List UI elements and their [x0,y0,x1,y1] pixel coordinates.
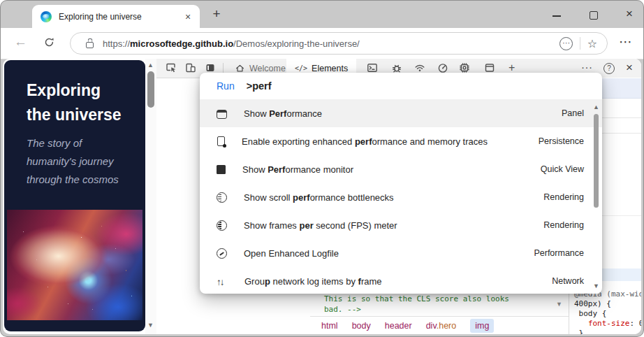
maximize-icon[interactable] [590,11,598,20]
edge-favicon-icon [41,11,52,22]
memory-chip-icon[interactable] [459,62,470,73]
crumb-part: div [426,321,437,331]
command-label: Enable exporting enhanced performance an… [242,136,539,147]
command-category: Quick View [541,164,584,174]
breadcrumb-item[interactable]: div.hero [426,321,457,331]
browser-tab[interactable]: Exploring the universe × [32,5,200,28]
command-item[interactable]: Show scroll performance bottlenecksRende… [200,183,602,211]
command-label: Group network log items by frame [244,276,552,287]
label-segment: perf [355,136,372,147]
command-item[interactable]: Group network log items by frameNetwork [200,267,602,294]
browser-toolbar: ← https://microsoftedge.github.io/Demos/… [0,28,644,59]
command-palette: Run >perf Show PerformancePanelEnable ex… [200,73,602,294]
page-subtitle: The story ofhumanity's journeythrough th… [27,134,119,189]
devtools-menu-icon[interactable]: ··· [581,61,593,73]
label-segment: Show scroll [244,192,293,203]
label-segment: Show [242,164,268,175]
browser-window: Exploring the universe × + × ← https://m… [0,0,644,337]
page-subtitle-line: through the cosmos [27,171,119,189]
label-segment: Perf [268,164,285,175]
back-icon[interactable]: ← [14,34,27,50]
code-token: font-size [588,319,630,328]
breadcrumb-item[interactable]: body [352,321,371,331]
device-emulation-icon[interactable] [185,62,196,73]
elements-scroll-down-icon[interactable]: ▼ [556,301,562,308]
devtools-close-icon[interactable]: × [623,61,636,75]
page-subtitle-line: The story of [27,134,119,152]
refresh-icon[interactable] [43,36,55,48]
crumb-part: html [321,321,338,331]
toolbar-separator [223,63,224,73]
command-item[interactable]: Open Enhanced LogfilePerformance [200,239,602,267]
page-scrollbar-thumb[interactable] [147,71,154,108]
new-tab-button[interactable]: + [208,6,225,22]
site-options-icon[interactable]: ⋯ [559,37,573,50]
label-segment: ormance and memory traces [372,136,487,147]
command-category: Persistence [539,136,584,146]
crumb-part: header [385,321,412,331]
scroll-down-icon[interactable]: ▼ [147,322,154,329]
label-segment: Grou [244,276,265,287]
scroll-up-icon[interactable]: ▲ [593,103,599,110]
tab-strip: Exploring the universe × + × [0,0,644,28]
tab-welcome-label: Welcome [249,64,286,73]
page-scrollbar[interactable]: ▲ ▼ [145,59,156,334]
command-category: Panel [562,108,584,118]
more-tools-plus-icon[interactable]: + [508,62,520,73]
label-segment: Show [244,108,269,119]
favorites-star-icon[interactable]: ☆ [587,37,597,50]
inspect-element-icon[interactable] [166,62,177,73]
code-text: } [574,329,641,334]
label-segment: network log items by [270,276,358,287]
performance-gauge-icon[interactable] [437,62,448,73]
style-rule-line: body { [574,309,641,319]
tab-elements-label: Elements [312,64,348,73]
command-label: Show scroll performance bottlenecks [244,192,543,203]
performance-monitor-icon [217,165,226,174]
code-token: } [574,329,583,334]
breadcrumb-item[interactable]: html [321,321,338,331]
help-icon[interactable]: ? [603,63,615,74]
activity-bar-icon[interactable] [205,62,216,73]
address-bar[interactable]: https://microsoftedge.github.io/Demos/ex… [70,32,608,55]
command-label: Show Performance [244,108,562,119]
command-category: Rendering [543,220,584,230]
lock-icon[interactable] [86,42,94,48]
label-segment: perf [293,192,310,203]
code-token: body { [574,309,606,318]
label-segment: ormance monitor [285,164,353,175]
network-wifi-icon[interactable] [414,62,425,73]
window-close-icon[interactable]: × [622,7,636,21]
tab-close-icon[interactable]: × [182,11,194,22]
minimize-icon[interactable] [552,15,561,17]
browser-menu-icon[interactable]: ⋯ [619,34,633,50]
breadcrumb-item[interactable]: header [385,321,412,331]
palette-scrollbar-thumb[interactable] [594,114,599,208]
command-input[interactable]: Run >perf [200,73,602,100]
command-item[interactable]: Show Performance monitorQuick View [200,155,602,183]
page-title-line2: the universe [27,103,122,127]
label-segment: Enable exporting enhanced [242,136,355,147]
scroll-up-icon[interactable]: ▲ [147,62,154,69]
code-token: 0.9rem; [639,319,641,328]
media-rule-code[interactable]: @media (max-width:exploring-t…niverse/:2… [574,289,641,334]
command-item[interactable]: Enable exporting enhanced performance an… [200,127,602,155]
command-item[interactable]: Show PerformancePanel [200,99,602,127]
style-rule-line: font-size: 0.9rem; [574,319,641,329]
tab-title: Exploring the universe [59,12,182,22]
html-comment-text: This is so that the CLS score also looks… [324,294,555,315]
debugger-bug-icon[interactable] [391,62,402,73]
pill-divider [580,37,580,50]
command-label: Open Enhanced Logfile [244,248,534,259]
logfile-gauge-icon [217,248,227,259]
application-icon[interactable] [484,62,495,73]
command-mode-label: Run [217,80,235,92]
command-item[interactable]: Show frames per second (FPS) meterRender… [200,211,602,239]
comment-line: bad. --> [324,304,555,315]
page-title-line1: Exploring [27,78,122,103]
breadcrumb-item[interactable]: img [470,319,494,333]
home-icon [235,63,245,73]
console-icon[interactable] [367,62,378,73]
palette-scrollbar[interactable]: ▲ ▼ [592,103,600,291]
scroll-down-icon[interactable]: ▼ [593,282,599,289]
